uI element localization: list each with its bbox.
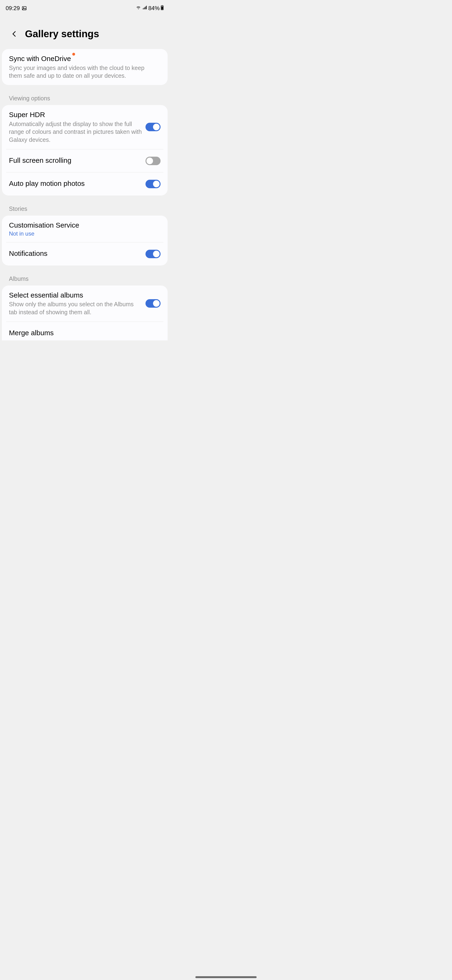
svg-rect-4 [145, 6, 146, 9]
svg-rect-8 [162, 6, 163, 10]
stories-card: Customisation Service Not in use Notific… [2, 216, 168, 266]
essential-albums-title: Select essential albums [9, 291, 146, 300]
svg-rect-2 [143, 8, 144, 10]
full-screen-toggle[interactable] [146, 157, 160, 165]
essential-albums-desc: Show only the albums you select on the A… [9, 301, 146, 317]
sync-title: Sync with OneDrive [9, 54, 71, 63]
battery-icon [160, 5, 164, 12]
super-hdr-desc: Automatically adjust the display to show… [9, 120, 146, 144]
full-screen-title: Full screen scrolling [9, 156, 146, 165]
picture-icon [22, 6, 27, 11]
notifications-toggle[interactable] [146, 250, 160, 258]
auto-play-row[interactable]: Auto play motion photos [2, 172, 168, 196]
notification-dot-icon [72, 53, 75, 56]
customisation-title: Customisation Service [9, 221, 160, 230]
section-viewing-options: Viewing options [0, 91, 170, 105]
svg-rect-5 [146, 6, 147, 10]
albums-card: Select essential albums Show only the al… [2, 286, 168, 340]
sync-onedrive-row[interactable]: Sync with OneDrive Sync your images and … [2, 49, 168, 85]
viewing-card: Super HDR Automatically adjust the displ… [2, 105, 168, 196]
status-bar: 09:29 84% [0, 0, 170, 14]
battery-percent: 84% [148, 5, 160, 11]
wifi-icon [136, 5, 141, 11]
page-title: Gallery settings [25, 28, 99, 40]
auto-play-toggle[interactable] [146, 180, 160, 188]
auto-play-title: Auto play motion photos [9, 179, 146, 188]
super-hdr-title: Super HDR [9, 110, 146, 119]
status-time: 09:29 [6, 5, 20, 11]
super-hdr-toggle[interactable] [146, 123, 160, 131]
notifications-title: Notifications [9, 249, 146, 258]
super-hdr-row[interactable]: Super HDR Automatically adjust the displ… [2, 105, 168, 149]
signal-icon [142, 5, 147, 11]
customisation-status: Not in use [9, 231, 160, 237]
merge-albums-title: Merge albums [9, 328, 160, 337]
full-screen-scrolling-row[interactable]: Full screen scrolling [2, 150, 168, 172]
merge-albums-row[interactable]: Merge albums [2, 322, 168, 340]
sync-card: Sync with OneDrive Sync your images and … [2, 49, 168, 85]
essential-albums-toggle[interactable] [146, 299, 160, 308]
sync-desc: Sync your images and videos with the clo… [9, 64, 160, 80]
section-albums: Albums [0, 271, 170, 286]
svg-rect-7 [162, 5, 163, 6]
back-icon[interactable] [11, 30, 18, 37]
page-header: Gallery settings [0, 14, 170, 49]
essential-albums-row[interactable]: Select essential albums Show only the al… [2, 286, 168, 321]
svg-rect-3 [144, 8, 144, 9]
notifications-row[interactable]: Notifications [2, 242, 168, 266]
customisation-service-row[interactable]: Customisation Service Not in use [2, 216, 168, 242]
section-stories: Stories [0, 201, 170, 216]
